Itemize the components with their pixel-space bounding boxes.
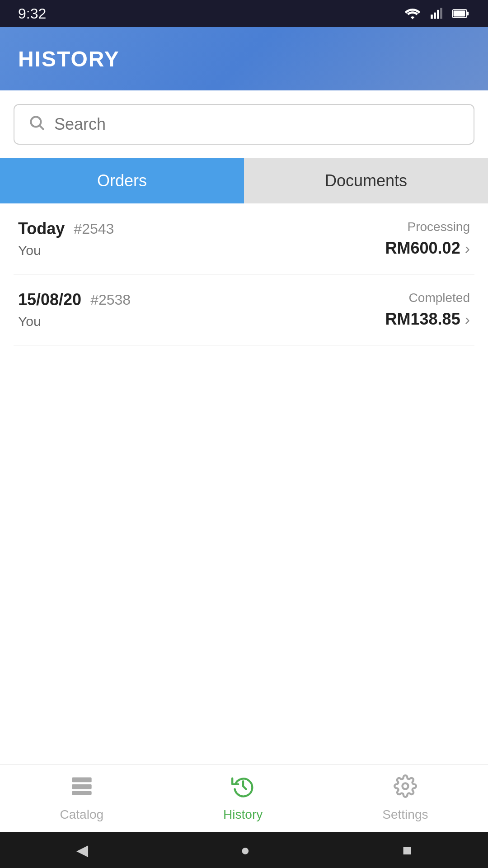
orders-list: Today #2543 You Processing RM600.02 › 15… bbox=[0, 203, 488, 345]
order-by-1: You bbox=[18, 243, 114, 258]
wifi-icon bbox=[404, 7, 421, 20]
tab-orders[interactable]: Orders bbox=[0, 158, 244, 203]
status-time: 9:32 bbox=[18, 5, 46, 22]
svg-point-12 bbox=[402, 783, 408, 789]
svg-rect-11 bbox=[72, 791, 91, 795]
order-item-2[interactable]: 15/08/20 #2538 You Completed RM138.85 › bbox=[14, 274, 474, 345]
order-number-1: #2543 bbox=[74, 221, 114, 237]
chevron-right-icon-1: › bbox=[465, 240, 470, 257]
history-icon bbox=[231, 774, 255, 803]
android-back-button[interactable]: ◀ bbox=[76, 841, 88, 859]
page-header: HISTORY bbox=[0, 27, 488, 90]
svg-rect-3 bbox=[440, 8, 442, 19]
nav-label-settings: Settings bbox=[382, 807, 428, 822]
svg-rect-5 bbox=[467, 12, 469, 16]
svg-rect-10 bbox=[72, 784, 91, 789]
svg-line-8 bbox=[40, 126, 44, 130]
order-status-2: Completed bbox=[409, 291, 470, 305]
order-right-1: Processing RM600.02 › bbox=[385, 220, 470, 258]
nav-item-catalog[interactable]: Catalog bbox=[60, 774, 104, 822]
battery-icon bbox=[452, 8, 470, 19]
order-number-2: #2538 bbox=[90, 292, 131, 308]
android-nav-bar: ◀ ● ■ bbox=[0, 832, 488, 868]
signal-icon bbox=[429, 7, 444, 20]
order-amount-row-1: RM600.02 › bbox=[385, 239, 470, 258]
svg-point-7 bbox=[31, 117, 41, 127]
status-icons bbox=[404, 7, 470, 20]
order-date-1: Today bbox=[18, 219, 65, 238]
order-date-row-2: 15/08/20 #2538 bbox=[18, 290, 131, 309]
order-left-2: 15/08/20 #2538 You bbox=[18, 290, 131, 329]
order-by-2: You bbox=[18, 314, 131, 329]
nav-item-settings[interactable]: Settings bbox=[382, 774, 428, 822]
android-home-button[interactable]: ● bbox=[240, 841, 250, 859]
nav-item-history[interactable]: History bbox=[223, 774, 263, 822]
nav-label-history: History bbox=[223, 807, 263, 822]
status-bar: 9:32 bbox=[0, 0, 488, 27]
bottom-nav: Catalog History Settings bbox=[0, 764, 488, 832]
svg-rect-0 bbox=[431, 14, 433, 19]
page-title: HISTORY bbox=[18, 47, 120, 71]
settings-icon bbox=[394, 774, 417, 803]
order-item-1[interactable]: Today #2543 You Processing RM600.02 › bbox=[14, 203, 474, 274]
svg-rect-1 bbox=[434, 13, 436, 19]
order-amount-row-2: RM138.85 › bbox=[385, 310, 470, 329]
order-date-2: 15/08/20 bbox=[18, 290, 81, 309]
android-recent-button[interactable]: ■ bbox=[403, 841, 412, 859]
svg-rect-6 bbox=[454, 11, 465, 17]
search-icon bbox=[28, 114, 45, 135]
search-bar bbox=[14, 104, 474, 145]
search-container bbox=[0, 90, 488, 158]
tab-documents[interactable]: Documents bbox=[244, 158, 488, 203]
svg-rect-2 bbox=[437, 10, 439, 19]
order-status-1: Processing bbox=[407, 220, 470, 234]
catalog-icon bbox=[70, 774, 94, 803]
order-date-row-1: Today #2543 bbox=[18, 219, 114, 238]
order-left-1: Today #2543 You bbox=[18, 219, 114, 258]
order-right-2: Completed RM138.85 › bbox=[385, 291, 470, 329]
chevron-right-icon-2: › bbox=[465, 311, 470, 328]
order-amount-1: RM600.02 bbox=[385, 239, 460, 258]
nav-label-catalog: Catalog bbox=[60, 807, 104, 822]
order-amount-2: RM138.85 bbox=[385, 310, 460, 329]
tabs-container: Orders Documents bbox=[0, 158, 488, 203]
search-input[interactable] bbox=[54, 115, 460, 134]
svg-rect-9 bbox=[72, 778, 91, 783]
